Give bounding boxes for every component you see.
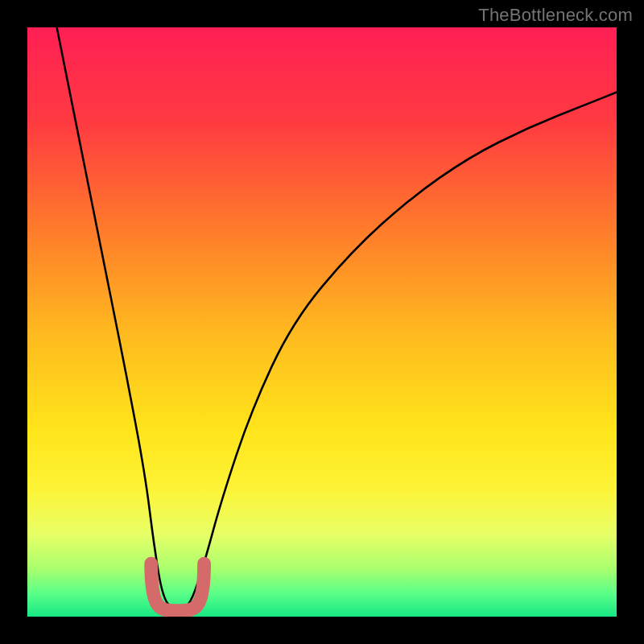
bottleneck-curve-path	[57, 27, 617, 611]
plot-area	[27, 27, 617, 617]
watermark-text: TheBottleneck.com	[478, 5, 633, 26]
chart-stage: TheBottleneck.com	[0, 0, 644, 644]
bottleneck-curve-svg	[27, 27, 617, 617]
